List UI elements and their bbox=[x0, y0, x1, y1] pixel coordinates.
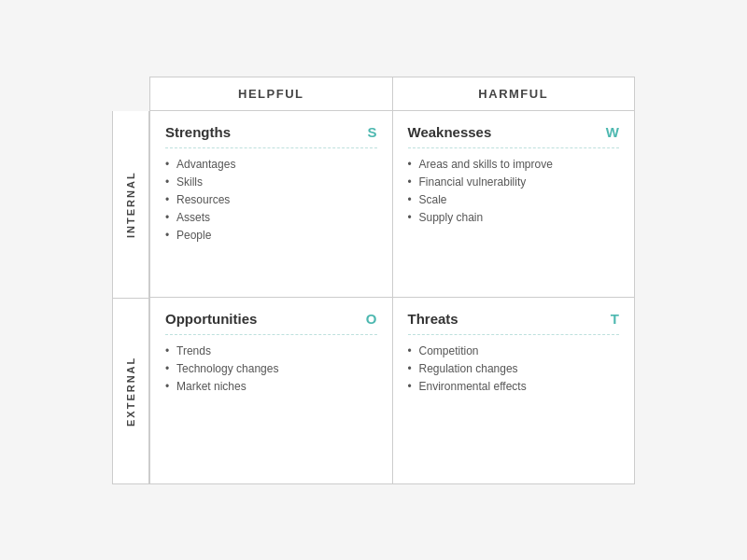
weaknesses-list: Areas and skills to improveFinancial vul… bbox=[408, 158, 620, 224]
list-item: Trends bbox=[165, 344, 377, 357]
threats-list: CompetitionRegulation changesEnvironment… bbox=[408, 344, 620, 393]
harmful-header: HARMFUL bbox=[392, 77, 636, 111]
helpful-header: HELPFUL bbox=[149, 77, 392, 111]
opportunities-quadrant: Opportunities O TrendsTechnology changes… bbox=[149, 298, 392, 484]
strengths-list: AdvantagesSkillsResourcesAssetsPeople bbox=[165, 158, 377, 242]
internal-label: INTERNAL bbox=[112, 111, 149, 298]
list-item: Advantages bbox=[165, 158, 377, 171]
internal-quadrant-row: Strengths S AdvantagesSkillsResourcesAss… bbox=[149, 111, 635, 298]
weaknesses-letter: W bbox=[606, 124, 619, 140]
list-item: Market niches bbox=[165, 380, 377, 393]
internal-section: INTERNAL Strengths S AdvantagesSkillsRes… bbox=[112, 111, 635, 298]
external-section: EXTERNAL Opportunities O TrendsTechnolog… bbox=[112, 298, 635, 484]
list-item: Assets bbox=[165, 211, 377, 224]
list-item: Environmental effects bbox=[408, 380, 620, 393]
threats-title: Threats bbox=[408, 311, 458, 327]
threats-letter: T bbox=[611, 311, 619, 327]
list-item: People bbox=[165, 229, 377, 242]
external-label: EXTERNAL bbox=[112, 298, 149, 484]
weaknesses-header: Weaknesses W bbox=[408, 124, 620, 148]
list-item: Regulation changes bbox=[408, 362, 620, 375]
threats-quadrant: Threats T CompetitionRegulation changesE… bbox=[392, 298, 636, 484]
list-item: Resources bbox=[165, 193, 377, 206]
strengths-quadrant: Strengths S AdvantagesSkillsResourcesAss… bbox=[149, 111, 392, 298]
strengths-letter: S bbox=[367, 124, 376, 140]
list-item: Skills bbox=[165, 175, 377, 189]
strengths-header: Strengths S bbox=[165, 124, 377, 148]
external-quadrant-row: Opportunities O TrendsTechnology changes… bbox=[149, 298, 635, 484]
opportunities-title: Opportunities bbox=[165, 311, 257, 327]
list-item: Technology changes bbox=[165, 362, 377, 375]
threats-header: Threats T bbox=[408, 311, 620, 335]
swot-matrix: HELPFUL HARMFUL INTERNAL Strengths S Adv… bbox=[112, 77, 635, 484]
opportunities-letter: O bbox=[366, 311, 377, 327]
weaknesses-title: Weaknesses bbox=[408, 124, 492, 140]
header-row: HELPFUL HARMFUL bbox=[149, 77, 635, 111]
list-item: Competition bbox=[408, 344, 620, 357]
list-item: Supply chain bbox=[408, 211, 620, 224]
strengths-title: Strengths bbox=[165, 124, 231, 140]
list-item: Financial vulnerability bbox=[408, 175, 620, 189]
opportunities-header: Opportunities O bbox=[165, 311, 377, 335]
weaknesses-quadrant: Weaknesses W Areas and skills to improve… bbox=[392, 111, 636, 298]
list-item: Scale bbox=[408, 193, 620, 206]
list-item: Areas and skills to improve bbox=[408, 158, 620, 171]
opportunities-list: TrendsTechnology changesMarket niches bbox=[165, 344, 377, 393]
